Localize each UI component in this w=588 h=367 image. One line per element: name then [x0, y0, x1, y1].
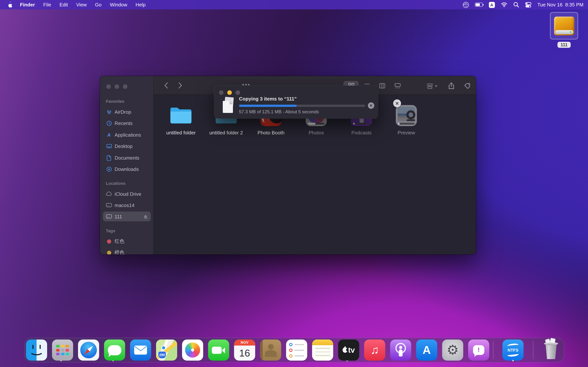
maps-shield-label: 280: [158, 351, 166, 359]
sidebar-item-desktop[interactable]: Desktop: [103, 141, 151, 151]
gallery-view-button[interactable]: [390, 81, 405, 91]
folder-icon: [169, 104, 193, 127]
sidebar-item-airdrop[interactable]: AirDrop: [103, 107, 151, 117]
sidebar-item-downloads[interactable]: Downloads: [103, 164, 151, 174]
copy-dialog-status: 57.3 MB of 125.1 MB - About 5 seconds: [239, 109, 319, 114]
group-by-button[interactable]: [425, 81, 435, 91]
control-center-icon[interactable]: [525, 2, 531, 8]
finder-content: untitled folder untitled folder 2 Photo …: [154, 95, 476, 254]
dock-item-finder[interactable]: [26, 340, 47, 361]
zoom-window-button[interactable]: [123, 84, 127, 89]
menu-view[interactable]: View: [72, 0, 91, 9]
wifi-icon[interactable]: [501, 2, 507, 7]
dock-item-feedback-assistant[interactable]: !: [468, 340, 489, 361]
copy-dialog-title: Copying 3 items to “111”: [239, 96, 297, 102]
dock-item-ntfs[interactable]: NTFS: [502, 340, 524, 361]
ntfs-status-icon[interactable]: NTFS: [463, 2, 469, 8]
dock-item-reminders[interactable]: [286, 340, 307, 361]
sidebar-item-documents[interactable]: Documents: [103, 153, 151, 163]
dock-item-facetime[interactable]: [208, 340, 229, 361]
file-item-preview[interactable]: ✕ Preview: [386, 104, 427, 135]
menu-file[interactable]: File: [39, 0, 55, 9]
sidebar-tags-header: Tags: [106, 228, 115, 233]
dock-item-messages[interactable]: [104, 340, 125, 361]
back-button[interactable]: [161, 81, 170, 90]
dock-item-app-store[interactable]: A: [416, 340, 437, 361]
menu-window[interactable]: Window: [106, 0, 131, 9]
dock-item-contacts[interactable]: [260, 340, 281, 361]
menu-bar: Finder File Edit View Go Window Help NTF…: [0, 0, 588, 9]
sidebar-locations-header: Locations: [106, 181, 126, 186]
calendar-day-label: 16: [234, 346, 255, 361]
hard-drive-icon: [106, 203, 112, 207]
sidebar-tag-red[interactable]: 红色: [103, 236, 151, 246]
running-indicator-ntfs: [512, 360, 514, 361]
menu-finder[interactable]: Finder: [16, 0, 39, 9]
applications-icon: A: [106, 132, 112, 138]
external-drive-icon: [554, 16, 574, 35]
zoom-window-button[interactable]: [236, 90, 240, 95]
dock-separator: [533, 341, 533, 359]
dock-item-music[interactable]: ♫: [364, 340, 385, 361]
minimize-window-button[interactable]: [115, 84, 119, 89]
dock-item-safari[interactable]: [78, 340, 99, 361]
airdrop-icon: [106, 109, 112, 115]
menu-edit[interactable]: Edit: [55, 0, 72, 9]
sidebar-tag-orange[interactable]: 橙色: [103, 248, 151, 254]
sidebar-item-icloud-drive[interactable]: iCloud Drive: [103, 189, 151, 199]
file-item-untitled-folder[interactable]: untitled folder: [160, 104, 202, 135]
finder-sidebar: Favorites AirDrop Recents A Applications…: [100, 76, 154, 254]
desktop-volume-111[interactable]: 111: [550, 12, 578, 50]
dock-item-maps[interactable]: 280: [156, 340, 177, 361]
close-window-button[interactable]: [219, 90, 224, 95]
share-button[interactable]: [446, 81, 456, 91]
sidebar-item-applications[interactable]: A Applications: [103, 130, 151, 140]
copy-progress-bar: [239, 105, 365, 107]
music-note-icon: ♫: [371, 344, 379, 357]
tag-button[interactable]: [462, 81, 472, 91]
close-window-button[interactable]: [106, 84, 111, 89]
dock-item-system-preferences[interactable]: ⚙: [442, 340, 463, 361]
battery-icon[interactable]: [475, 3, 483, 7]
dock-item-calendar[interactable]: NOV 16: [234, 340, 255, 361]
tv-label: tv: [348, 346, 355, 354]
menu-go[interactable]: Go: [91, 0, 106, 9]
menu-bar-clock[interactable]: Tue Nov 16 8:35 PM: [537, 2, 583, 8]
window-controls: [106, 84, 127, 89]
eject-icon[interactable]: [144, 215, 148, 218]
group-by-chevron-icon[interactable]: ▾: [433, 81, 439, 91]
item-copy-progress: [308, 123, 325, 125]
dock-item-notes[interactable]: [312, 340, 333, 361]
orange-tag-dot-icon: [106, 250, 112, 254]
apple-logo-icon: [342, 347, 347, 353]
dock-item-mail[interactable]: [130, 340, 151, 361]
menu-help[interactable]: Help: [131, 0, 150, 9]
document-icon: [106, 155, 112, 160]
dock-item-photos[interactable]: [182, 340, 203, 361]
sidebar-item-macos14[interactable]: macos14: [103, 200, 151, 210]
dock-item-tv[interactable]: tv: [338, 340, 359, 361]
forward-button[interactable]: [176, 81, 185, 90]
dock: 280 NOV 16 tv ♫ A ⚙ !: [25, 338, 564, 362]
hard-drive-icon: [106, 214, 112, 219]
apple-logo-icon: [8, 1, 13, 8]
dock-item-podcasts[interactable]: [390, 340, 411, 361]
clock-icon: [106, 120, 112, 126]
download-circle-icon: [106, 166, 112, 172]
ntfs-label: NTFS: [508, 348, 518, 352]
cancel-copy-button[interactable]: ✕: [368, 102, 374, 109]
calendar-month-label: NOV: [234, 340, 255, 346]
minimize-window-button[interactable]: [227, 90, 232, 95]
cancel-copy-badge[interactable]: ✕: [393, 99, 401, 107]
dock-item-trash[interactable]: [541, 340, 562, 361]
sidebar-favorites-header: Favorites: [106, 99, 124, 103]
apple-menu[interactable]: [5, 1, 16, 8]
sidebar-item-recents[interactable]: Recents: [103, 118, 151, 128]
desktop: Finder File Edit View Go Window Help NTF…: [0, 0, 588, 367]
dialog-window-controls: [219, 90, 240, 95]
item-copy-progress: [353, 123, 370, 125]
spotlight-search-icon[interactable]: [513, 2, 519, 8]
dock-item-launchpad[interactable]: [52, 340, 73, 361]
sidebar-item-111[interactable]: 111: [103, 212, 151, 221]
input-source-icon[interactable]: A: [489, 2, 495, 8]
